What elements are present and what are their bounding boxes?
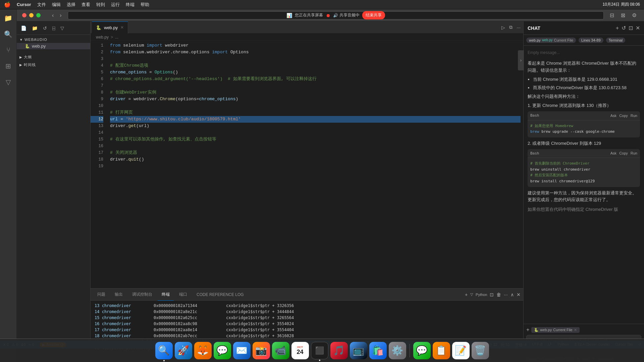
dock-mail[interactable]: ✉️ [233,342,251,359]
close-panel-icon[interactable]: ✕ [517,292,521,297]
dock-appstore[interactable]: 🛍️ [369,342,387,359]
editor-upper: 🐍 web.py ✕ ▷ ⧉ ··· web.py > [91,21,523,288]
chat-msg-intro: 看起来是 Chrome 浏览器和 ChromeDriver 版本不匹配的问题。错… [528,60,640,74]
layout-icon[interactable]: ⊟ [608,11,616,19]
dock-facetime[interactable]: 📹 [272,342,289,359]
menu-file[interactable]: 文件 [37,2,46,8]
refresh-icon[interactable]: ↺ [42,24,48,32]
menu-cursor[interactable]: Cursor [17,2,31,7]
menu-edit[interactable]: 编辑 [52,2,61,8]
maximize-button[interactable] [36,13,41,17]
code-block-1-header: Bash Ask Copy Run [528,111,640,120]
sidebar-section-header[interactable]: ▼ WEBAUDIO [17,36,90,43]
ask-btn-2[interactable]: Ask [610,151,616,155]
context-file-pill[interactable]: web.py web.py Current File [526,38,576,43]
dock-calendar[interactable]: OCT 24 [291,342,309,359]
ask-btn-1[interactable]: Ask [610,114,616,118]
back-button[interactable]: ‹ [50,12,56,19]
settings-icon[interactable]: ⚙ [630,11,639,19]
terminal-line-13: 13 chromedriver 0x0000000102a71344 cxxbr… [95,303,519,309]
breadcrumb-file[interactable]: web.py [96,35,109,40]
outline-arrow: ▶ [19,55,22,59]
clear-terminal-icon[interactable]: 🗑 [496,292,501,297]
panel-tab-debug[interactable]: 调试控制台 [128,289,156,301]
run-btn-1[interactable]: Run [631,114,637,118]
panel-tab-problems[interactable]: 问题 [93,289,109,301]
python-label[interactable]: Python [476,293,487,297]
code-line-15: # 在这里可以添加其他操作, 如查找元素、点击按钮等 [110,136,521,143]
panel-tab-code-ref[interactable]: CODE REFERENCE LOG [193,289,248,301]
context-chip-remove[interactable]: ✕ [574,328,577,332]
run-icon[interactable]: ▷ [500,23,506,32]
chat-collapse-toggle[interactable]: › [518,50,524,70]
menu-view[interactable]: 查看 [82,2,90,8]
more-tabs-icon[interactable]: ··· [515,23,522,32]
collapse-all-icon[interactable]: ⌸ [51,24,56,32]
apple-menu[interactable]: 🍎 [4,1,11,8]
chat-history-icon[interactable]: ↺ [622,25,626,31]
tab-close[interactable]: ✕ [120,25,124,30]
chat-title: CHAT [528,25,613,31]
code-block-2-lang: Bash [530,150,539,157]
explorer-icon[interactable]: 📁 [2,12,14,24]
panel-tab-output[interactable]: 输出 [111,289,127,301]
copy-btn-1[interactable]: Copy [619,114,628,118]
kill-terminal-icon[interactable]: ⊡ [490,292,494,297]
chat-expand-icon[interactable]: ⊡ [629,25,633,31]
add-context-btn[interactable]: + [526,327,529,333]
dock-tv[interactable]: 📺 [350,342,367,359]
forward-button[interactable]: › [58,12,63,19]
new-file-icon[interactable]: 📄 [19,24,28,32]
menu-terminal[interactable]: 终端 [126,2,135,8]
tab-webpy[interactable]: 🐍 web.py ✕ [92,21,128,34]
dock-trash[interactable]: 🗑️ [472,342,489,359]
chat-new-icon[interactable]: + [616,25,619,31]
close-button[interactable] [22,13,26,17]
menu-run[interactable]: 运行 [111,2,120,8]
outline-header[interactable]: ▶ 大纲 [17,53,90,61]
context-lines-pill[interactable]: Lines 34-89 [579,38,603,43]
dock-messages[interactable]: 💬 [214,342,231,359]
end-share-button[interactable]: 结束共享 [362,11,385,19]
dock-cursor[interactable]: ⬛ [311,342,328,359]
timeline-header[interactable]: ▶ 时间线 [17,61,90,69]
menu-goto[interactable]: 转到 [96,2,105,8]
chat-close-icon[interactable]: ✕ [636,25,640,31]
dock-notion[interactable]: 📝 [452,342,470,359]
dock-settings[interactable]: ⚙️ [389,342,406,359]
chat-messages[interactable]: Empty message... 看起来是 Chrome 浏览器和 Chrome… [524,46,644,324]
split-icon[interactable]: ⊠ [619,11,627,19]
run-btn-2[interactable]: Run [631,151,637,155]
context-chip-file[interactable]: 🐍 web.py Current File ✕ [531,327,579,333]
new-folder-icon[interactable]: 📁 [31,24,39,32]
dock-launchpad[interactable]: 🚀 [175,342,192,359]
menu-select[interactable]: 选择 [67,2,75,8]
code-block-1-lang: Bash [530,113,539,119]
dock-wechat[interactable]: 💬 [413,342,431,359]
search-icon[interactable]: 🔍 [2,28,14,40]
context-terminal-pill[interactable]: Terminal [606,38,626,43]
panel-tab-terminal[interactable]: 终端 [158,289,174,301]
panel-tab-ports[interactable]: 端口 [175,289,191,301]
breadcrumb-section[interactable]: ... [115,35,118,40]
copy-btn-2[interactable]: Copy [619,151,628,155]
terminal-more-icon[interactable]: ··· [504,292,508,297]
add-terminal-icon[interactable]: + [465,292,468,297]
extensions-icon[interactable]: ⊞ [3,60,13,72]
more-icon[interactable]: ▽ [4,76,13,88]
dock-finder[interactable]: 🔍 [155,342,173,359]
collapse-panel-icon[interactable]: ∧ [511,292,514,297]
dock-photos[interactable]: 📸 [253,342,270,359]
code-content[interactable]: from selenium import webdriver from sele… [107,41,523,288]
git-icon[interactable]: ⑂ [4,44,12,56]
split-editor-icon[interactable]: ⧉ [508,23,514,32]
menu-help[interactable]: 帮助 [141,2,149,8]
more-files-icon[interactable]: ▽ [59,24,65,32]
tab-icon: 🐍 [96,25,101,30]
minimize-button[interactable] [29,13,34,17]
terminal-line-18: 18 chromedriver 0x0000000102ab7ecc cxxbr… [95,333,519,339]
dock-firefox[interactable]: 🦊 [194,342,212,359]
sidebar-item-webpy[interactable]: 🐍 web.py [17,43,90,49]
dock-music[interactable]: 🎵 [330,342,348,359]
dock-miro[interactable]: 📋 [433,342,450,359]
